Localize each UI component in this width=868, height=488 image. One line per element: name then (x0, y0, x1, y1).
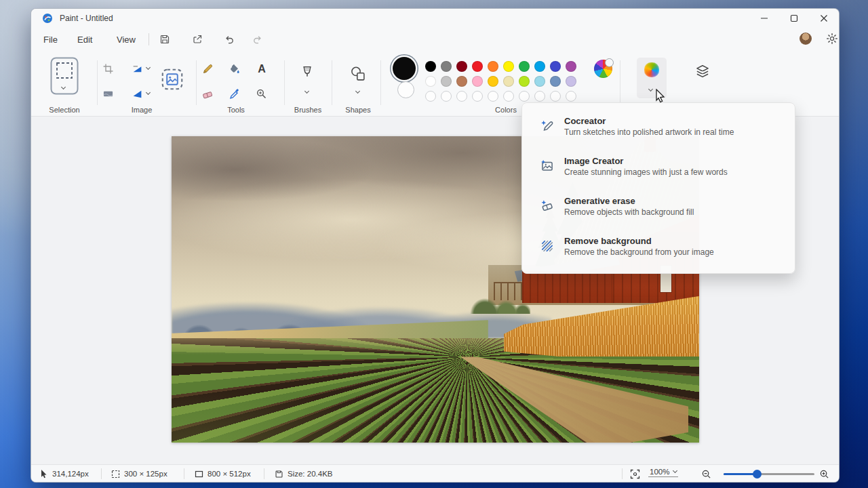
color-swatch[interactable] (566, 76, 576, 87)
menu-view[interactable]: View (110, 31, 142, 47)
color-swatch[interactable] (425, 61, 436, 72)
color-swatch[interactable] (488, 61, 498, 72)
chevron-down-icon (145, 65, 150, 70)
ribbon-separator (332, 60, 332, 105)
copilot-icon (644, 62, 659, 77)
edit-colors-button[interactable] (594, 60, 612, 78)
color-swatch[interactable] (519, 61, 530, 72)
custom-color-slot[interactable] (534, 91, 545, 102)
settings-gear-icon[interactable] (826, 33, 838, 45)
color-swatch[interactable] (456, 61, 467, 72)
zoom-slider-fill (724, 473, 757, 475)
file-size-indicator: Size: 20.4KB (275, 465, 332, 483)
canvas-icon (195, 470, 203, 479)
color-swatch[interactable] (566, 61, 576, 72)
maximize-button[interactable] (779, 9, 809, 28)
layers-button[interactable] (692, 62, 713, 82)
selection-group-label: Selection (49, 106, 79, 114)
zoom-level-dropdown[interactable]: 100% (648, 468, 678, 477)
color-swatch[interactable] (488, 76, 498, 87)
eraser-tool-icon[interactable] (199, 85, 216, 103)
ribbon-separator (380, 60, 381, 105)
custom-color-slot[interactable] (488, 91, 498, 102)
color-swatch[interactable] (550, 61, 561, 72)
custom-color-slot[interactable] (519, 91, 530, 102)
redo-button[interactable] (250, 32, 264, 47)
background-color-well[interactable] (397, 81, 414, 98)
menu-item-image-creator[interactable]: Image Creator Create stunning images wit… (526, 149, 791, 188)
menu-item-remove-background[interactable]: Remove background Remove the background … (526, 229, 791, 268)
palette-row-custom (425, 91, 576, 102)
ribbon-separator (284, 60, 285, 105)
menu-item-description: Create stunning images with just a few w… (564, 167, 783, 178)
status-bar: 314,124px 300 × 125px 800 × 512px Size: … (31, 464, 839, 482)
color-swatch[interactable] (519, 76, 530, 87)
undo-button[interactable] (222, 32, 237, 47)
tools-group-label: Tools (227, 106, 245, 114)
file-size-icon (275, 470, 283, 479)
cocreator-icon (539, 118, 555, 134)
menu-item-title: Remove background (564, 235, 783, 247)
fill-tool-icon[interactable] (226, 60, 243, 78)
close-button[interactable] (809, 9, 839, 28)
save-button[interactable] (157, 32, 172, 47)
custom-color-slot[interactable] (566, 91, 576, 102)
eyedropper-tool-icon[interactable] (226, 85, 243, 103)
magnifier-tool-icon[interactable] (253, 85, 271, 103)
palette-row-2 (425, 76, 576, 87)
color-swatch[interactable] (503, 61, 514, 72)
chevron-down-icon (673, 468, 677, 473)
account-avatar[interactable] (800, 33, 812, 45)
selection-tool-button[interactable] (50, 57, 79, 95)
fit-to-screen-button[interactable] (630, 465, 640, 483)
custom-color-slot[interactable] (441, 91, 452, 102)
menu-item-description: Remove the background from your image (564, 247, 783, 258)
custom-color-slot[interactable] (456, 91, 467, 102)
menu-bar: File Edit View (31, 28, 839, 51)
shapes-button[interactable] (344, 60, 372, 87)
text-tool-icon[interactable]: A (253, 60, 271, 78)
color-swatch[interactable] (456, 76, 467, 87)
color-swatch[interactable] (441, 76, 452, 87)
share-button[interactable] (190, 32, 205, 47)
custom-color-slot[interactable] (425, 91, 436, 102)
zoom-in-button[interactable] (819, 465, 829, 483)
minimize-button[interactable] (749, 9, 779, 28)
zoom-out-button[interactable] (701, 465, 711, 483)
color-swatch[interactable] (503, 76, 514, 87)
custom-color-slot[interactable] (503, 91, 514, 102)
color-swatch[interactable] (534, 61, 545, 72)
image-ai-edit-icon[interactable] (159, 66, 186, 93)
menu-item-description: Turn sketches into polished artwork in r… (564, 127, 783, 138)
menu-edit[interactable]: Edit (71, 31, 99, 47)
foreground-color-well[interactable] (393, 57, 416, 80)
statusbar-separator (622, 468, 623, 479)
menu-item-cocreator[interactable]: Cocreator Turn sketches into polished ar… (526, 109, 791, 148)
resize-icon[interactable] (127, 60, 153, 77)
custom-color-slot[interactable] (550, 91, 561, 102)
ribbon-separator (97, 60, 98, 105)
color-swatch[interactable] (441, 61, 452, 72)
canvas-size-indicator: 800 × 512px (195, 465, 251, 483)
color-swatch[interactable] (534, 76, 545, 87)
menu-item-title: Generative erase (564, 195, 783, 207)
menu-item-generative-erase[interactable]: Generative erase Remove objects with bac… (526, 189, 791, 228)
color-swatch[interactable] (550, 76, 561, 87)
painting-shed (522, 271, 612, 303)
crop-icon[interactable] (99, 60, 117, 77)
color-swatch[interactable] (425, 76, 436, 87)
color-swatch[interactable] (472, 61, 483, 72)
color-swatch[interactable] (472, 76, 483, 87)
zoom-slider-thumb[interactable] (753, 470, 762, 479)
menu-item-title: Image Creator (564, 155, 783, 167)
brushes-button[interactable] (296, 60, 319, 87)
rotate-flip-icon[interactable] (127, 85, 153, 102)
paint-app-icon (42, 13, 53, 24)
pencil-tool-icon[interactable] (199, 60, 216, 78)
custom-color-slot[interactable] (472, 91, 483, 102)
menu-file[interactable]: File (37, 31, 64, 47)
canvas-options-icon[interactable] (99, 85, 117, 102)
statusbar-separator (101, 468, 102, 479)
copilot-flyout-menu: Cocreator Turn sketches into polished ar… (521, 102, 795, 274)
cursor-position-indicator: 314,124px (40, 465, 89, 483)
